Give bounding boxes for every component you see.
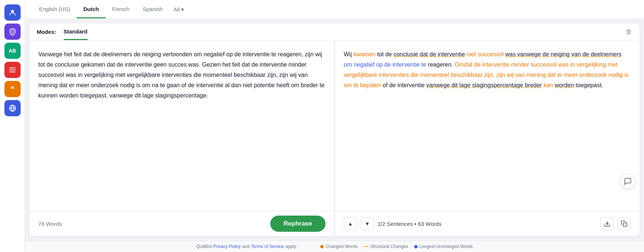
changed-word: bepalen: [360, 82, 381, 88]
tab-french[interactable]: French: [106, 1, 136, 18]
panels-footer: 78 Words Rephrase ▲ ▼ 1/2 Sentences • 63…: [29, 211, 640, 236]
chevron-down-icon: ▾: [181, 6, 184, 13]
tab-dutch[interactable]: Dutch: [77, 1, 106, 18]
sidebar: AB ❝: [0, 0, 25, 252]
language-tabs: English (US) Dutch French Spanish All ▾: [25, 0, 644, 19]
main-content: English (US) Dutch French Spanish All ▾ …: [25, 0, 644, 252]
legend: Changed Words Structural Changes Longest…: [320, 244, 472, 249]
editor-panels: Vanwege het feit dat de deelnemers de ne…: [29, 40, 640, 211]
longest-dot: [414, 245, 418, 248]
footer-bar: QuillBot Privacy Policy and Terms of Ser…: [25, 241, 644, 252]
modes-bar: Modes: Standard 🗑: [29, 24, 640, 40]
changed-word: kan: [543, 82, 553, 88]
svg-rect-3: [9, 72, 15, 72]
structural-phrase: was vanwege de neiging van de deelnemers: [505, 51, 622, 57]
content-card: Modes: Standard 🗑 Vanwege het feit dat d…: [29, 24, 640, 236]
svg-rect-6: [623, 223, 627, 227]
prev-sentence-button[interactable]: ▲: [344, 217, 357, 230]
legend-structural: Structural Changes: [363, 244, 408, 249]
modes-label: Modes:: [37, 29, 56, 39]
footer-brand: QuillBot: [196, 244, 212, 249]
trash-icon[interactable]: 🗑: [626, 28, 632, 36]
privacy-link[interactable]: Privacy Policy: [213, 244, 241, 249]
tab-english[interactable]: English (US): [32, 1, 77, 18]
input-panel[interactable]: Vanwege het feit dat de deelnemers de ne…: [29, 40, 335, 211]
globe-icon[interactable]: [4, 100, 21, 116]
right-footer: ▲ ▼ 1/2 Sentences • 63 Words: [335, 211, 640, 236]
changed-word: kwamen: [353, 51, 376, 57]
svg-point-0: [11, 10, 14, 13]
copy-button[interactable]: [617, 217, 631, 230]
structural-dot: [363, 246, 369, 247]
quote-icon[interactable]: ❝: [4, 81, 21, 97]
output-text: Wij kwamen tot de conclusie dat de inter…: [344, 49, 631, 90]
legend-changed: Changed Words: [320, 244, 358, 249]
word-count: 78 Words: [38, 221, 62, 227]
svg-rect-1: [9, 68, 15, 68]
shield-icon[interactable]: [4, 24, 21, 40]
ab-icon[interactable]: AB: [4, 43, 21, 59]
tos-link[interactable]: Terms of Service: [251, 244, 284, 249]
next-sentence-button[interactable]: ▼: [361, 217, 374, 230]
longest-phrase: om negatief op de interventie te: [344, 61, 426, 68]
tab-all[interactable]: All ▾: [169, 1, 189, 18]
left-footer: 78 Words Rephrase: [29, 211, 335, 236]
structural-phrase: vanwege dit lage slagingspercentage bred…: [426, 82, 542, 88]
download-button[interactable]: [601, 217, 614, 230]
changed-dot: [320, 245, 324, 248]
changed-word: niet succesvol: [467, 51, 504, 57]
structural-phrase: worden: [555, 82, 574, 88]
svg-rect-2: [9, 70, 15, 70]
mode-standard[interactable]: Standard: [64, 28, 88, 40]
list-icon[interactable]: [4, 62, 21, 78]
chat-icon[interactable]: [620, 174, 635, 189]
structural-phrase: conclusie dat de interventie: [394, 51, 465, 57]
rephrase-button[interactable]: Rephrase: [270, 216, 325, 232]
tab-spanish[interactable]: Spanish: [136, 1, 169, 18]
sentence-info: 1/2 Sentences • 63 Words: [378, 221, 441, 227]
output-panel: Wij kwamen tot de conclusie dat de inter…: [335, 40, 640, 211]
user-icon[interactable]: [4, 4, 21, 21]
legend-longest: Longest Unchanged Words: [414, 244, 473, 249]
input-text: Vanwege het feit dat de deelnemers de ne…: [38, 49, 325, 101]
